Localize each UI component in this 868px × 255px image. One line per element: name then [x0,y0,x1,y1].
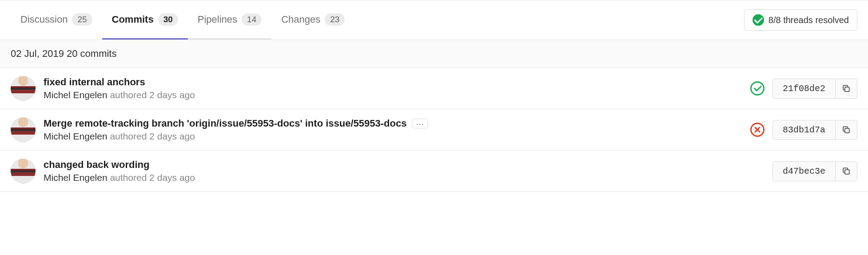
tab-discussion-badge: 25 [72,13,92,26]
commit-author[interactable]: Michel Engelen [44,172,108,183]
copy-icon [842,167,851,175]
commit-authored-label: authored [110,90,149,100]
sha-group: 83db1d7a [772,120,857,140]
sha-group: d47bec3e [772,161,857,181]
svg-rect-1 [845,128,849,133]
commit-time: 2 days ago [149,131,195,141]
commit-info: changed back wording Michel Engelen auth… [44,159,764,183]
commit-sha[interactable]: 83db1d7a [772,120,836,140]
commit-meta: Michel Engelen authored 2 days ago [44,131,742,142]
tab-pipelines-badge: 14 [242,13,262,26]
commit-author[interactable]: Michel Engelen [44,131,108,141]
threads-resolved-text: 8/8 threads resolved [768,15,849,25]
date-header: 02 Jul, 2019 20 commits [0,40,868,68]
commit-actions: d47bec3e [772,161,857,181]
threads-resolved[interactable]: 8/8 threads resolved [744,9,857,31]
tabs-row: Discussion 25 Commits 30 Pipelines 14 Ch… [0,0,868,40]
tab-commits-badge: 30 [158,13,178,26]
sha-group: 21f08de2 [772,79,857,99]
copy-icon [842,125,851,134]
tab-commits[interactable]: Commits 30 [102,0,188,40]
check-circle-icon [753,14,764,26]
commit-meta: Michel Engelen authored 2 days ago [44,90,742,100]
commit-sha[interactable]: 21f08de2 [772,79,836,99]
commit-time: 2 days ago [149,90,195,100]
pipeline-status-passed-icon[interactable] [750,81,764,96]
tab-commits-label: Commits [112,14,154,25]
commit-sha[interactable]: d47bec3e [772,161,836,181]
tab-changes-badge: 23 [325,13,345,26]
pipeline-status-failed-icon[interactable] [750,123,764,137]
tab-discussion[interactable]: Discussion 25 [11,0,102,40]
copy-sha-button[interactable] [836,161,857,181]
commit-row: fixed internal anchors Michel Engelen au… [0,68,868,109]
avatar[interactable] [11,159,36,183]
avatar[interactable] [11,76,36,101]
tab-changes-label: Changes [281,14,320,25]
copy-sha-button[interactable] [836,79,857,99]
commit-actions: 83db1d7a [750,120,857,140]
commit-title[interactable]: Merge remote-tracking branch 'origin/iss… [44,118,406,129]
commit-meta: Michel Engelen authored 2 days ago [44,172,764,183]
commit-actions: 21f08de2 [750,79,857,99]
svg-rect-2 [845,170,849,174]
tab-changes[interactable]: Changes 23 [271,0,354,40]
tab-discussion-label: Discussion [20,14,68,25]
commit-authored-label: authored [110,172,149,183]
commit-authored-label: authored [110,131,149,141]
commit-info: fixed internal anchors Michel Engelen au… [44,76,742,100]
commit-row: Merge remote-tracking branch 'origin/iss… [0,109,868,151]
copy-sha-button[interactable] [836,120,857,140]
commit-time: 2 days ago [149,172,195,183]
commit-title[interactable]: fixed internal anchors [44,76,145,88]
expand-message-button[interactable]: ... [412,119,428,128]
avatar[interactable] [11,117,36,142]
tab-pipelines-label: Pipelines [198,14,237,25]
commit-title[interactable]: changed back wording [44,159,149,171]
copy-icon [842,84,851,93]
tab-pipelines[interactable]: Pipelines 14 [188,0,271,40]
commit-info: Merge remote-tracking branch 'origin/iss… [44,118,742,142]
svg-rect-0 [845,87,849,92]
commit-author[interactable]: Michel Engelen [44,90,108,100]
commit-row: changed back wording Michel Engelen auth… [0,151,868,192]
